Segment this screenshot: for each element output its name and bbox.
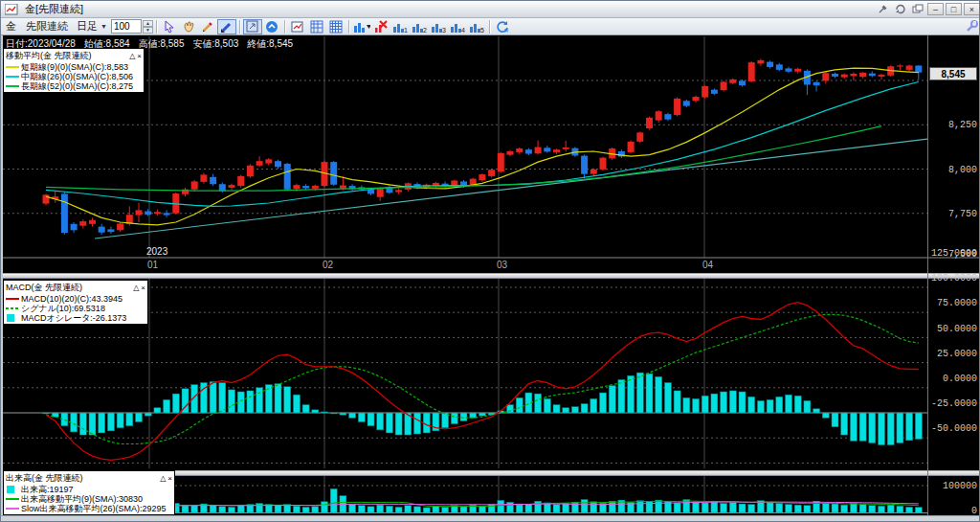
macd-axis-label: 0.0000 <box>927 374 977 384</box>
legend-swatch <box>6 486 19 493</box>
ohlc-field: 高値:8,585 <box>139 38 185 49</box>
legend-item: MACDオシレータ:-26.1373 <box>6 313 145 323</box>
legend-close-icon[interactable]: × <box>167 474 172 483</box>
legend-collapse-icon[interactable]: △ <box>129 52 135 60</box>
pencil-draw-icon[interactable] <box>198 19 217 34</box>
toolbar: 金 先限連続 日足 ▼ ▲▼ 12345R <box>1 18 980 35</box>
month-axis-label: 01 <box>147 260 158 270</box>
legend-item-label: MACDオシレータ:-26.1373 <box>21 312 126 325</box>
svg-text:5: 5 <box>480 27 484 34</box>
reload-icon[interactable]: R <box>493 19 512 34</box>
app-chart-icon <box>5 3 22 16</box>
hand-pan-icon[interactable] <box>179 19 198 34</box>
indicator-panel-1-icon[interactable]: 1 <box>390 19 410 34</box>
bar-count-input[interactable] <box>111 19 142 34</box>
toolbar-separator <box>239 20 240 34</box>
crosshair-tool-icon[interactable] <box>243 19 262 34</box>
legend-item-label: Slow出来高移動平均(26)(SMA):29295 <box>21 503 167 515</box>
remove-indicator-icon[interactable] <box>371 19 390 34</box>
indicator-panel-5-icon[interactable]: 5 <box>467 19 486 34</box>
legend-swatch <box>6 73 19 80</box>
bar-count-stepper[interactable]: ▲▼ <box>143 20 153 34</box>
legend-swatch <box>6 495 19 503</box>
macd-axis-label: -25.0000 <box>927 398 977 409</box>
macd-legend-box[interactable]: MACD(金 先限連続) △ × MACD(10)(20)(C):43.3945… <box>3 280 148 325</box>
macd-legend-title: MACD(金 先限連続) <box>6 282 131 294</box>
legend-swatch <box>6 295 19 303</box>
symbol-label[interactable]: 金 <box>6 19 16 34</box>
close-button[interactable]: × <box>964 3 980 15</box>
toolbar-separator <box>284 20 285 34</box>
grid-dense-icon[interactable] <box>326 19 345 34</box>
indicator-panel-3-icon[interactable]: 3 <box>429 19 448 34</box>
ohlc-field: 終値:8,545 <box>247 38 293 49</box>
scroll-latest-icon[interactable] <box>262 19 281 34</box>
grid-settings-icon[interactable] <box>307 19 326 34</box>
price-panel[interactable] <box>3 35 979 273</box>
indicator-panel-2-icon[interactable]: 2 <box>410 19 429 34</box>
minimize-button[interactable]: – <box>927 3 944 15</box>
legend-collapse-icon[interactable]: △ <box>160 474 166 483</box>
maximize-button[interactable]: □ <box>946 3 962 15</box>
macd-axis-label: 75.0000 <box>927 298 977 308</box>
price-axis-label: 8,000 <box>927 164 977 174</box>
popup-icon[interactable] <box>910 3 925 15</box>
indicator-panel-4-icon[interactable]: 4 <box>448 19 467 34</box>
legend-swatch <box>6 305 19 312</box>
month-axis-label: 02 <box>323 260 333 270</box>
price-axis-label: 8,250 <box>927 120 977 130</box>
legend-item: Slow出来高移動平均(26)(SMA):29295 <box>6 504 172 513</box>
chart-area: 日付:2023/04/28始値:8,584高値:8,585安値:8,503終値:… <box>3 35 979 515</box>
svg-text:3: 3 <box>442 27 446 34</box>
month-axis-label: 03 <box>497 260 507 270</box>
volume-axis-label: 0 <box>927 506 977 516</box>
month-axis-label: 04 <box>702 260 713 270</box>
chevron-down-icon: ▼ <box>100 23 107 30</box>
legend-swatch <box>6 314 19 322</box>
title-bar[interactable]: 金[先限連続] –□× <box>1 1 980 18</box>
ma-legend-box[interactable]: 移動平均(金 先限連続) △ × 短期線(9)(0)(SMA)(C):8,583… <box>3 48 145 93</box>
current-price-badge: 8,545 <box>929 67 977 80</box>
ohlc-field: 安値:8,503 <box>192 38 238 49</box>
macd-panel[interactable] <box>3 279 979 470</box>
marker-draw-icon[interactable] <box>217 19 236 34</box>
macd-axis-label: 125.0000 <box>927 248 977 259</box>
legend-close-icon[interactable]: × <box>141 284 145 292</box>
svg-text:1: 1 <box>404 27 408 34</box>
legend-close-icon[interactable]: × <box>137 52 142 60</box>
window-controls: –□× <box>875 3 980 15</box>
macd-axis-label: 25.0000 <box>927 348 977 358</box>
new-chart-window-icon[interactable] <box>288 19 307 34</box>
window-frame-bottom <box>1 515 980 522</box>
select-arrow-icon[interactable] <box>160 19 179 34</box>
legend-item-label: 長期線(52)(0)(SMA)(C):8,275 <box>21 80 133 93</box>
volume-axis-label: 100000 <box>927 481 977 491</box>
chart-app-window: 金[先限連続] –□× 金 先限連続 日足 ▼ ▲▼ 12345R <box>0 0 980 522</box>
toolbar-separator <box>489 20 490 34</box>
year-label: 2023 <box>146 246 167 257</box>
toolbar-separator <box>348 20 349 34</box>
chart-type-menu-icon[interactable] <box>352 19 371 34</box>
legend-item: 長期線(52)(0)(SMA)(C):8,275 <box>6 81 142 91</box>
price-axis-label: 7,750 <box>927 208 977 218</box>
candlestick-chart <box>3 35 979 273</box>
macd-axis-label: -50.0000 <box>927 423 977 434</box>
period-dropdown[interactable]: 日足 ▼ <box>77 19 107 34</box>
pin-icon[interactable] <box>876 3 891 15</box>
window-title: 金[先限連続] <box>25 2 83 16</box>
legend-swatch <box>6 505 19 512</box>
macd-axis-label: 100.0000 <box>927 273 977 284</box>
contract-label[interactable]: 先限連続 <box>26 19 68 34</box>
svg-text:R: R <box>504 28 509 34</box>
svg-text:4: 4 <box>461 27 465 34</box>
svg-text:2: 2 <box>423 27 427 34</box>
macd-axis-label: 50.0000 <box>927 323 977 333</box>
volume-legend-box[interactable]: 出来高(金 先限連続) △ × 出来高:19197出来高移動平均(9)(SMA)… <box>3 470 175 515</box>
legend-swatch <box>6 63 19 71</box>
sync-icon[interactable] <box>893 3 908 15</box>
legend-swatch <box>6 82 19 90</box>
legend-collapse-icon[interactable]: △ <box>133 284 139 292</box>
settings-wrench-icon[interactable] <box>962 19 980 34</box>
macd-chart <box>3 279 979 470</box>
